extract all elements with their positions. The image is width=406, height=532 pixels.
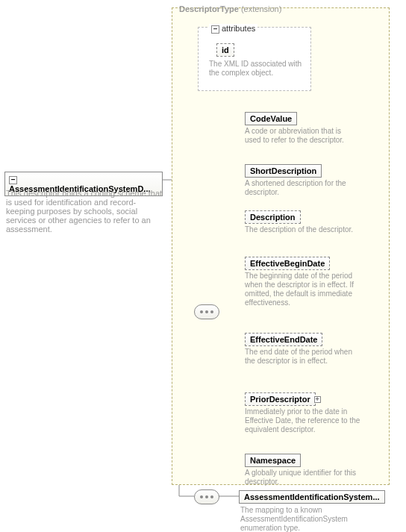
code-value-desc: A code or abbreviation that is used to r…	[245, 127, 357, 145]
bottom-element: AssessmentIdentificationSystem...	[239, 490, 385, 504]
effective-end-date-desc: The end date of the period when the desc…	[245, 348, 364, 366]
diagram-canvas: DescriptorType (extension) –AssessmentId…	[0, 0, 406, 532]
namespace: Namespace	[245, 454, 301, 467]
extension-sub: (extension)	[241, 4, 281, 13]
collapse-icon[interactable]: –	[9, 176, 17, 184]
bottom-desc: The mapping to a known AssessmentIdentif…	[240, 506, 375, 532]
sequence-icon	[194, 489, 219, 504]
attr-id: id	[216, 43, 234, 57]
short-description: ShortDescription	[245, 164, 322, 178]
namespace-desc: A globally unique identifier for this de…	[245, 469, 364, 486]
attributes-header: –attributes	[209, 24, 257, 34]
collapse-icon[interactable]: –	[211, 25, 219, 34]
effective-begin-date-desc: The beginning date of the period when th…	[245, 272, 364, 307]
attributes-box	[198, 27, 311, 91]
short-description-desc: A shortened description for the descript…	[245, 179, 357, 197]
extension-label: DescriptorType (extension)	[178, 4, 283, 13]
prior-descriptor: PriorDescriptor	[245, 392, 316, 406]
attr-header-label: attributes	[222, 24, 255, 33]
description: Description	[245, 210, 301, 224]
extension-name: DescriptorType	[179, 4, 239, 13]
sequence-icon	[194, 304, 219, 319]
description-desc: The description of the descriptor.	[245, 225, 357, 234]
effective-end-date: EffectiveEndDate	[245, 333, 322, 346]
prior-descriptor-desc: Immediately prior to the date in Effecti…	[245, 407, 364, 434]
code-value: CodeValue	[245, 112, 297, 125]
effective-begin-date: EffectiveBeginDate	[245, 257, 330, 270]
attr-id-desc: The XML ID associated with the complex o…	[209, 60, 303, 78]
root-desc: This descriptor holds a coding scheme th…	[6, 189, 163, 234]
expand-icon[interactable]	[314, 396, 321, 403]
